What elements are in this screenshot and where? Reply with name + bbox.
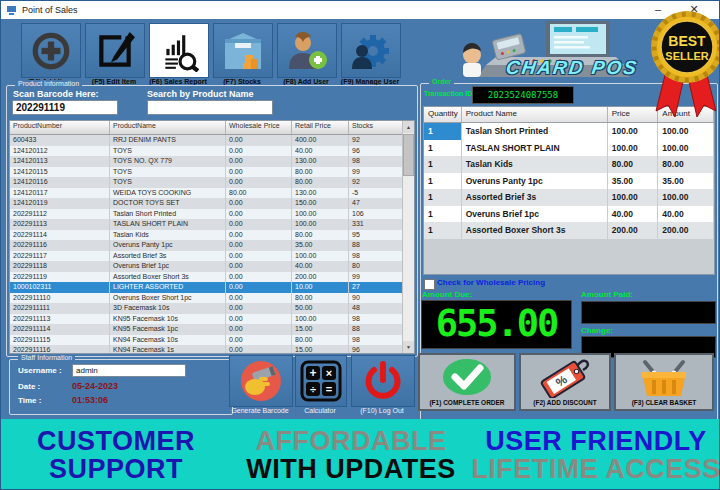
product-cell: 600433	[10, 135, 110, 146]
product-table-row[interactable]: 2022911116KN94 Facemask 1s0.0015.0096	[10, 345, 414, 354]
product-table-scrollbar[interactable]: ▲ ▼	[402, 121, 414, 353]
product-cell: 92	[349, 135, 404, 146]
product-cell: 202291118	[10, 261, 110, 272]
product-cell: 100.00	[292, 219, 349, 230]
product-cell: 40.00	[292, 146, 349, 157]
wholesale-pricing-checkbox[interactable]	[424, 279, 435, 290]
product-information-title: Product Information	[15, 80, 82, 87]
product-cell: DOCTOR TOYS SET	[110, 198, 226, 209]
order-table-row[interactable]: 1Taslan Kids80.0080.00	[424, 156, 714, 173]
clear-basket-button[interactable]: (F3) CLEAR BASKET	[614, 353, 714, 411]
product-cell: TOYS NO. QX 779	[110, 156, 226, 167]
product-cell: 0.00	[226, 146, 292, 157]
order-table-row[interactable]: 1TASLAN SHORT PLAIN100.00100.00	[424, 140, 714, 157]
add-item-icon	[30, 30, 72, 72]
product-cell: LIGHTER ASSORTED	[110, 282, 226, 293]
product-cell: 98	[349, 156, 404, 167]
product-table-row[interactable]: 2022911114KN95 Facemask 1pc0.0015.0088	[10, 324, 414, 335]
manage-user-icon	[349, 30, 393, 72]
order-cell: Assorted Boxer Short 3s	[462, 222, 608, 239]
complete-order-button[interactable]: (F1) COMPLETE ORDER	[418, 353, 516, 411]
product-cell: 99	[349, 167, 404, 178]
col-stocks: Stocks	[349, 121, 404, 134]
product-table-row[interactable]: 2022911115KN94 Facemask 10s0.0080.0098	[10, 335, 414, 346]
add-user-button[interactable]	[277, 23, 337, 78]
logout-button[interactable]	[351, 355, 415, 407]
order-cell: 1	[424, 156, 462, 173]
product-table-row[interactable]: 202291119Assorted Boxer Short 3s0.00200.…	[10, 272, 414, 283]
order-cell: 35.00	[608, 173, 659, 190]
product-table-body: 600433RRJ DENIM PANTS0.00400.00921241201…	[10, 135, 414, 354]
product-table-row[interactable]: 202291118Overuns Brief 1pc0.0040.0080	[10, 261, 414, 272]
username-input[interactable]	[72, 364, 186, 377]
product-cell: 0.00	[226, 272, 292, 283]
product-cell: 47	[349, 198, 404, 209]
order-cell: 100.00	[608, 140, 659, 157]
product-table-row[interactable]: 2022911113KN95 Facemask 10s0.00100.0098	[10, 314, 414, 325]
product-cell: 331	[349, 219, 404, 230]
product-table-row[interactable]: 2022911110Overuns Boxer Short 1pc0.0080.…	[10, 293, 414, 304]
product-table-row[interactable]: 124120117WEIDA TOYS COOKING80.00130.00-5	[10, 188, 414, 199]
product-cell: 80.00	[292, 177, 349, 188]
product-cell: 124120117	[10, 188, 110, 199]
product-table-row[interactable]: 600433RRJ DENIM PANTS0.00400.0092	[10, 135, 414, 146]
order-table-row[interactable]: 1Assorted Boxer Short 3s200.00200.00	[424, 222, 714, 239]
transaction-id-display: 2023524087558	[472, 86, 574, 104]
stocks-button[interactable]	[213, 23, 273, 78]
scan-barcode-input[interactable]	[12, 100, 118, 115]
manage-user-button[interactable]	[341, 23, 401, 78]
generate-barcode-button[interactable]	[229, 355, 293, 407]
product-table-row[interactable]: 1000102311LIGHTER ASSORTED0.0010.0027	[10, 282, 414, 293]
best-seller-badge: BEST SELLER	[651, 1, 720, 136]
product-cell: 0.00	[226, 167, 292, 178]
order-cell: 100.00	[658, 140, 714, 157]
product-cell: 0.00	[226, 303, 292, 314]
calculator-button[interactable]: + × ÷ =	[295, 355, 347, 407]
product-cell: 0.00	[226, 261, 292, 272]
product-table-row[interactable]: 202291116Overuns Panty 1pc0.0035.0088	[10, 240, 414, 251]
scroll-thumb[interactable]	[403, 134, 414, 176]
scroll-down-arrow[interactable]: ▼	[403, 341, 414, 353]
add-item-button[interactable]	[21, 23, 81, 78]
order-cell: Assorted Brief 3s	[462, 189, 608, 206]
svg-text:÷: ÷	[310, 383, 316, 395]
product-cell: 80.00	[292, 293, 349, 304]
product-cell: 95	[349, 230, 404, 241]
product-cell: 10.00	[292, 282, 349, 293]
banner-user-friendly: USER FRIENDLY LIFETIME ACCESS	[471, 427, 720, 483]
product-cell: Assorted Boxer Short 3s	[110, 272, 226, 283]
product-table-row[interactable]: 124120115TOYS0.0080.0099	[10, 167, 414, 178]
product-table-row[interactable]: 202291117Assorted Brief 3s0.00100.0098	[10, 251, 414, 262]
product-table-row[interactable]: 20229111113D Facemask 10s0.0050.0048	[10, 303, 414, 314]
window-title: Point of Sales	[22, 5, 78, 15]
product-cell: 0.00	[226, 219, 292, 230]
product-cell: 40.00	[292, 261, 349, 272]
product-table-row[interactable]: 124120119DOCTOR TOYS SET0.00150.0047	[10, 198, 414, 209]
sales-report-button[interactable]	[149, 23, 209, 78]
edit-item-button[interactable]	[85, 23, 145, 78]
order-table-row[interactable]: 1Overuns Panty 1pc35.0035.00	[424, 173, 714, 190]
order-cell: 1	[424, 173, 462, 190]
add-discount-button[interactable]: % (F2) ADD DISCOUNT	[519, 353, 611, 411]
product-table-row[interactable]: 124120116TOYS0.0080.0092	[10, 177, 414, 188]
product-table-row[interactable]: 202291113TASLAN SHORT PLAIN0.00100.00331	[10, 219, 414, 230]
order-table-row[interactable]: 1Assorted Brief 3s100.00100.00	[424, 189, 714, 206]
product-cell: 48	[349, 303, 404, 314]
scroll-up-arrow[interactable]: ▲	[403, 121, 414, 133]
generate-barcode-icon	[239, 359, 283, 403]
order-table-row[interactable]: 1Overuns Brief 1pc40.0040.00	[424, 206, 714, 223]
product-table-row[interactable]: 124120112TOYS0.0040.0096	[10, 146, 414, 157]
order-table-body: 1Taslan Short Printed100.00100.001TASLAN…	[424, 123, 714, 239]
product-cell: 80.00	[226, 188, 292, 199]
amount-paid-input[interactable]	[581, 301, 716, 324]
product-cell: TOYS	[110, 146, 226, 157]
product-cell: 80.00	[292, 335, 349, 346]
product-cell: 200.00	[292, 272, 349, 283]
search-product-input[interactable]	[147, 100, 273, 115]
product-table-row[interactable]: 124120113TOYS NO. QX 7790.00130.0098	[10, 156, 414, 167]
product-table-row[interactable]: 202291112Taslan Short Printed0.00100.001…	[10, 209, 414, 220]
product-cell: Taslan Short Printed	[110, 209, 226, 220]
pos-window: Point of Sales – ✕	[0, 0, 720, 490]
product-table-row[interactable]: 202291114Taslan Kids0.0080.0095	[10, 230, 414, 241]
product-cell: 50.00	[292, 303, 349, 314]
